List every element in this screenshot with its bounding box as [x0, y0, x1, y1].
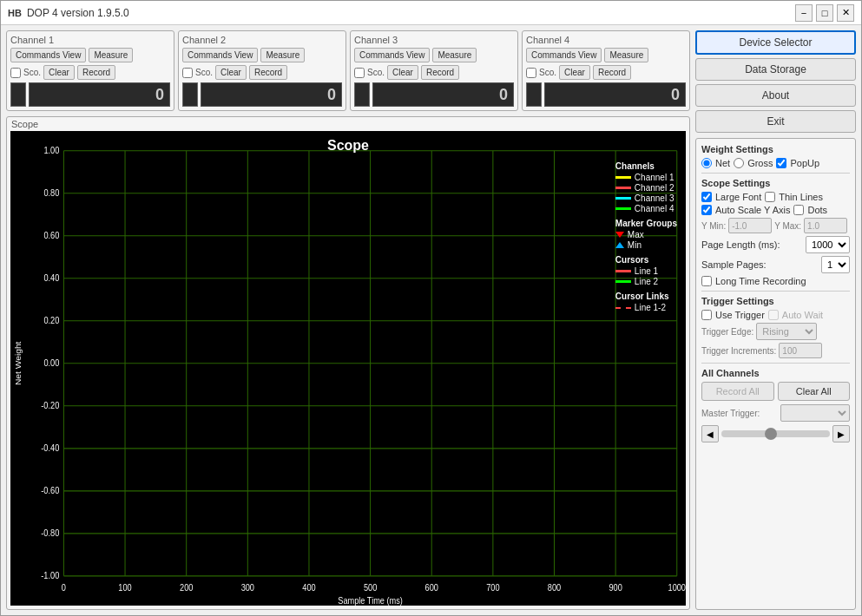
window-controls: − □ ✕ [795, 4, 854, 22]
channel-3-record[interactable]: Record [421, 65, 459, 80]
channel-1-commands-view[interactable]: Commands View [10, 48, 86, 62]
max-legend-label: Max [628, 230, 644, 239]
svg-text:800: 800 [548, 582, 562, 593]
channel-1-display: 0 [10, 82, 170, 107]
line1-color-swatch [615, 270, 631, 272]
exit-button[interactable]: Exit [695, 110, 856, 133]
master-trigger-select[interactable] [780, 404, 850, 422]
legend-line1: Line 1 [615, 266, 677, 276]
svg-text:0.40: 0.40 [43, 273, 59, 284]
dots-check[interactable] [793, 205, 804, 215]
minimize-button[interactable]: − [795, 4, 813, 22]
page-length-label: Page Length (ms): [701, 239, 780, 250]
legend-line12: Line 1-2 [615, 303, 677, 312]
separator-1 [701, 173, 850, 174]
svg-text:Net Weight: Net Weight [14, 341, 23, 385]
trigger-edge-label: Trigger Edge: [701, 327, 753, 337]
channel-2-sco-check[interactable] [182, 68, 193, 78]
data-storage-button[interactable]: Data Storage [695, 58, 856, 81]
long-time-check[interactable] [701, 276, 712, 286]
channel-2-display: 0 [182, 82, 342, 107]
ymin-input[interactable] [728, 218, 772, 233]
channel-2-measure[interactable]: Measure [260, 48, 305, 62]
svg-text:0.60: 0.60 [43, 231, 59, 241]
channel-1-sco-check[interactable] [10, 68, 21, 78]
channel-1-measure[interactable]: Measure [89, 48, 133, 62]
svg-text:600: 600 [425, 582, 439, 593]
net-radio[interactable] [701, 158, 712, 168]
channel-3-commands-view[interactable]: Commands View [354, 48, 430, 62]
weight-radio-row: Net Gross PopUp [701, 158, 850, 168]
gross-radio[interactable] [734, 158, 744, 168]
channel-2-commands-view[interactable]: Commands View [182, 48, 258, 62]
page-length-select[interactable]: 1000 100 500 2000 5000 [806, 236, 850, 253]
channel-4-clear[interactable]: Clear [559, 65, 590, 80]
channel-1-sco-label: Sco. [23, 68, 41, 77]
use-trigger-label: Use Trigger [715, 310, 765, 320]
sample-pages-select[interactable]: 1 2 3 4 5 [821, 256, 850, 273]
svg-text:0: 0 [62, 582, 67, 593]
svg-text:200: 200 [180, 582, 194, 593]
record-all-button[interactable]: Record All [701, 382, 774, 401]
channel-4-measure[interactable]: Measure [604, 48, 648, 62]
channel-4-value: 0 [544, 82, 686, 107]
clear-all-button[interactable]: Clear All [778, 382, 851, 401]
channel-1-clear[interactable]: Clear [43, 65, 75, 80]
main-window: HB DOP 4 version 1.9.5.0 − □ ✕ Channel 1… [0, 0, 862, 616]
channel-3-measure[interactable]: Measure [432, 48, 477, 62]
long-time-label: Long Time Recording [715, 276, 806, 286]
ch2-color-swatch [615, 187, 631, 189]
ch4-color-swatch [615, 207, 631, 210]
channel-2-title: Channel 2 [182, 35, 342, 45]
svg-text:500: 500 [364, 582, 378, 593]
scope-svg: 1.00 0.80 0.60 0.40 0.20 0.00 -0.20 -0.4… [10, 131, 686, 606]
line12-dash-icon [615, 307, 631, 309]
channel-4-display: 0 [526, 82, 686, 107]
auto-wait-check[interactable] [768, 310, 779, 320]
large-font-row: Large Font Thin Lines [701, 192, 850, 202]
slider-thumb[interactable] [765, 428, 777, 440]
channel-2-record[interactable]: Record [249, 65, 287, 80]
about-button[interactable]: About [695, 84, 856, 107]
channel-3-color-box [354, 82, 370, 107]
max-triangle-icon [615, 232, 624, 238]
channel-4-record[interactable]: Record [593, 65, 631, 80]
channel-4-row1: Commands View Measure [526, 48, 686, 62]
svg-text:1.00: 1.00 [43, 146, 59, 156]
legend-ch3: Channel 3 [615, 193, 677, 203]
channel-3-sco-check[interactable] [354, 68, 365, 78]
channel-2-row1: Commands View Measure [182, 48, 342, 62]
channel-4-sco-label: Sco. [539, 68, 556, 77]
channel-2-clear[interactable]: Clear [215, 65, 247, 80]
thin-lines-check[interactable] [765, 192, 775, 202]
channels-row: Channel 1 Commands View Measure Sco. Cle… [6, 30, 690, 111]
svg-text:0.20: 0.20 [43, 316, 59, 326]
ymax-input[interactable] [804, 218, 847, 233]
trigger-edge-select[interactable]: Rising Falling [756, 323, 817, 340]
channel-1-title: Channel 1 [10, 35, 170, 45]
slider-left-button[interactable]: ◀ [701, 425, 719, 442]
large-font-check[interactable] [701, 192, 712, 202]
main-content: Channel 1 Commands View Measure Sco. Cle… [1, 25, 861, 615]
legend-min: Min [615, 240, 677, 250]
device-selector-button[interactable]: Device Selector [695, 30, 856, 55]
legend-ch4: Channel 4 [615, 204, 677, 213]
auto-scale-check[interactable] [701, 205, 712, 215]
all-channels-title: All Channels [701, 368, 850, 378]
title-bar-left: HB DOP 4 version 1.9.5.0 [8, 7, 129, 19]
channel-4-commands-view[interactable]: Commands View [526, 48, 602, 62]
ch3-legend-label: Channel 3 [635, 193, 674, 203]
trigger-settings-title: Trigger Settings [701, 296, 850, 306]
maximize-button[interactable]: □ [816, 4, 833, 22]
channel-1-record[interactable]: Record [77, 65, 115, 80]
channel-4-title: Channel 4 [526, 35, 686, 45]
svg-text:0.80: 0.80 [43, 188, 59, 199]
popup-check[interactable] [776, 158, 786, 168]
close-button[interactable]: ✕ [837, 4, 854, 22]
channel-3-clear[interactable]: Clear [387, 65, 418, 80]
slider-right-button[interactable]: ▶ [832, 425, 850, 442]
trigger-increments-input[interactable] [779, 343, 822, 358]
channel-4-sco-check[interactable] [526, 68, 536, 78]
use-trigger-check[interactable] [701, 310, 712, 320]
channel-4-box: Channel 4 Commands View Measure Sco. Cle… [522, 30, 690, 111]
